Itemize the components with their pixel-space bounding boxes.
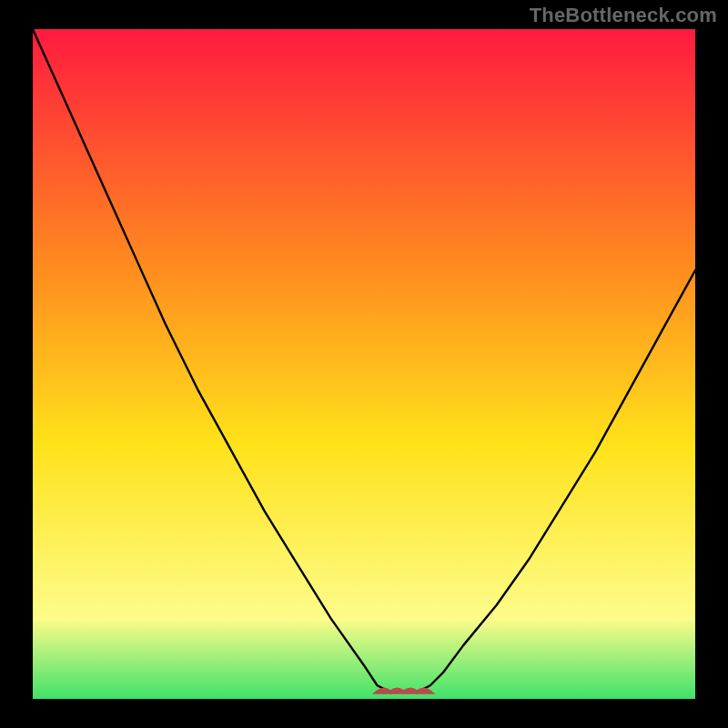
chart-frame: TheBottleneck.com xyxy=(0,0,728,728)
watermark-text: TheBottleneck.com xyxy=(530,4,717,27)
plot-area xyxy=(33,29,695,699)
curve-path xyxy=(33,29,695,693)
bump-path xyxy=(378,690,430,693)
bottleneck-curve xyxy=(33,29,695,699)
